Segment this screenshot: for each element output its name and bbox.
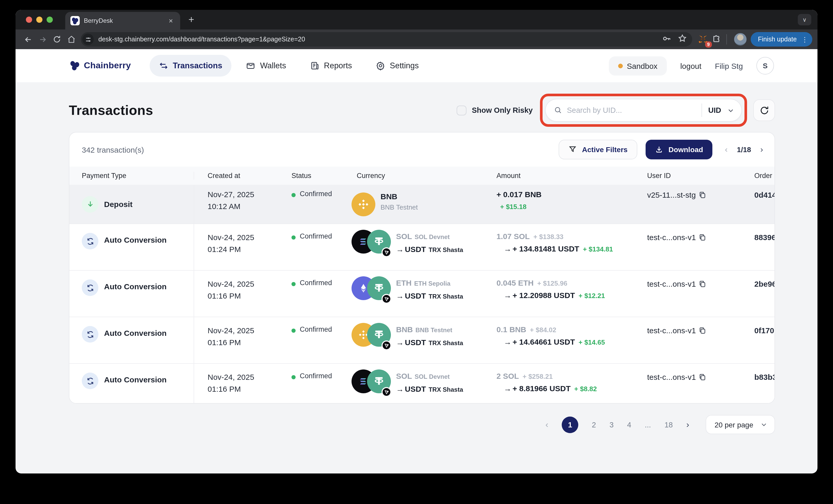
sandbox-dot-icon xyxy=(618,64,622,68)
window-controls[interactable] xyxy=(26,17,53,23)
wallet-icon xyxy=(246,61,256,70)
logout-link[interactable]: logout xyxy=(680,61,701,70)
col-currency: Currency xyxy=(352,172,491,180)
copy-icon[interactable] xyxy=(698,233,706,241)
tab-title: BerryDesk xyxy=(84,17,163,24)
pagination-page-18[interactable]: 18 xyxy=(665,421,673,429)
table-row[interactable]: Auto Conversion Nov-24, 202501:16 PM Con… xyxy=(69,363,775,403)
home-button[interactable] xyxy=(64,32,79,47)
pagination-page-1[interactable]: 1 xyxy=(562,416,578,433)
chevron-down-icon xyxy=(728,107,734,114)
status-dot xyxy=(291,375,295,379)
site-settings-icon[interactable] xyxy=(82,34,94,45)
search-icon xyxy=(554,106,562,115)
table-row[interactable]: Deposit Nov-27, 202510:12 AM Confirmed B… xyxy=(69,185,775,224)
url-text[interactable]: desk-stg.chainberry.com/dashboard/transa… xyxy=(98,36,662,43)
pagination-page-4[interactable]: 4 xyxy=(627,421,632,429)
transactions-card: 342 transaction(s) Active Filters Downlo… xyxy=(69,132,775,404)
metamask-extension-icon[interactable]: 9 xyxy=(696,33,710,46)
browser-profile-avatar[interactable] xyxy=(734,33,746,46)
toolbar-divider xyxy=(727,34,727,45)
forward-button[interactable] xyxy=(35,32,50,47)
trx-network-badge xyxy=(382,387,391,397)
show-only-risky-toggle[interactable]: Show Only Risky xyxy=(457,105,533,115)
chevron-down-icon xyxy=(761,421,767,428)
table-row[interactable]: Auto Conversion Nov-24, 202501:16 PM Con… xyxy=(69,270,775,317)
back-button[interactable] xyxy=(21,32,35,47)
extensions-puzzle-icon[interactable] xyxy=(710,33,723,46)
auto-conversion-icon xyxy=(82,233,98,249)
coin-pair-icon xyxy=(352,275,391,307)
minimize-window-button[interactable] xyxy=(36,17,43,23)
refresh-icon xyxy=(759,105,769,115)
download-icon xyxy=(655,145,663,154)
reload-button[interactable] xyxy=(50,32,64,47)
chainberry-logo[interactable]: Chainberry xyxy=(69,60,131,71)
next-page-chevron[interactable]: › xyxy=(760,145,763,154)
pagination-ellipsis: ... xyxy=(645,421,651,429)
col-created-at: Created at xyxy=(194,172,281,180)
page-title: Transactions xyxy=(69,102,153,118)
arrow-icon: → xyxy=(504,337,511,346)
user-avatar[interactable]: S xyxy=(756,57,774,75)
copy-icon[interactable] xyxy=(698,280,706,288)
active-filters-button[interactable]: Active Filters xyxy=(559,140,638,159)
new-tab-button[interactable]: + xyxy=(188,14,194,25)
col-amount: Amount xyxy=(491,172,641,180)
fullscreen-window-button[interactable] xyxy=(47,17,53,23)
search-input[interactable] xyxy=(567,106,695,115)
deposit-icon xyxy=(82,196,98,212)
app-header: Chainberry Transactions Wallets Reports xyxy=(16,49,817,82)
risky-checkbox[interactable] xyxy=(457,105,467,115)
download-button[interactable]: Download xyxy=(646,140,712,159)
copy-icon[interactable] xyxy=(698,191,706,199)
nav-settings[interactable]: Settings xyxy=(366,55,428,77)
bookmark-star-icon[interactable] xyxy=(678,34,687,45)
coin-pair-icon xyxy=(352,229,391,261)
coin-pair-icon xyxy=(352,322,391,354)
browser-toolbar: desk-stg.chainberry.com/dashboard/transa… xyxy=(16,29,817,49)
status-dot xyxy=(291,282,295,286)
pagination-page-2[interactable]: 2 xyxy=(592,421,596,429)
close-window-button[interactable] xyxy=(26,17,32,23)
browser-window: BerryDesk × + ∨ desk- xyxy=(16,10,817,474)
transactions-count: 342 transaction(s) xyxy=(82,145,144,154)
browser-tab-strip: BerryDesk × + ∨ xyxy=(16,10,817,29)
copy-icon[interactable] xyxy=(698,327,706,334)
sandbox-env-badge: Sandbox xyxy=(609,56,667,75)
search-divider xyxy=(701,103,702,117)
tab-search-chevron-icon[interactable]: ∨ xyxy=(798,14,811,25)
nav-reports[interactable]: Reports xyxy=(301,55,361,77)
per-page-select[interactable]: 20 per page xyxy=(706,415,775,434)
finish-update-button[interactable]: Finish update ⋮ xyxy=(751,32,812,47)
pagination-page-3[interactable]: 3 xyxy=(609,421,614,429)
trx-network-badge xyxy=(382,341,391,350)
browser-menu-icon[interactable]: ⋮ xyxy=(802,35,808,43)
tab-close-icon[interactable]: × xyxy=(167,16,175,25)
search-annotation-highlight: UID xyxy=(540,94,747,127)
arrow-icon: → xyxy=(396,245,404,254)
report-icon xyxy=(310,61,319,70)
page-indicator: 1/18 xyxy=(737,145,751,154)
auto-conversion-icon xyxy=(82,373,98,389)
berrydesk-favicon xyxy=(70,16,80,25)
col-status: Status xyxy=(281,172,352,180)
table-row[interactable]: Auto Conversion Nov-24, 202501:16 PM Con… xyxy=(69,317,775,363)
nav-wallets[interactable]: Wallets xyxy=(237,55,295,77)
password-key-icon[interactable] xyxy=(662,33,671,45)
table-row[interactable]: Auto Conversion Nov-24, 202501:24 PM Con… xyxy=(69,224,775,270)
arrow-icon: → xyxy=(396,384,404,393)
arrow-icon: → xyxy=(504,244,511,253)
pagination-prev-icon[interactable]: ‹ xyxy=(545,420,548,430)
search-bar[interactable]: UID xyxy=(545,99,742,122)
copy-icon[interactable] xyxy=(698,373,706,381)
browser-tab[interactable]: BerryDesk × xyxy=(65,12,180,29)
nav-transactions[interactable]: Transactions xyxy=(150,55,232,77)
prev-page-chevron[interactable]: ‹ xyxy=(725,145,728,154)
main-nav: Transactions Wallets Reports Settings xyxy=(150,55,428,77)
chainberry-logo-icon xyxy=(69,60,81,71)
pagination-next-icon[interactable]: › xyxy=(686,420,689,430)
refresh-button[interactable] xyxy=(753,99,775,121)
search-type-select[interactable]: UID xyxy=(708,106,734,115)
address-bar[interactable]: desk-stg.chainberry.com/dashboard/transa… xyxy=(81,32,692,47)
